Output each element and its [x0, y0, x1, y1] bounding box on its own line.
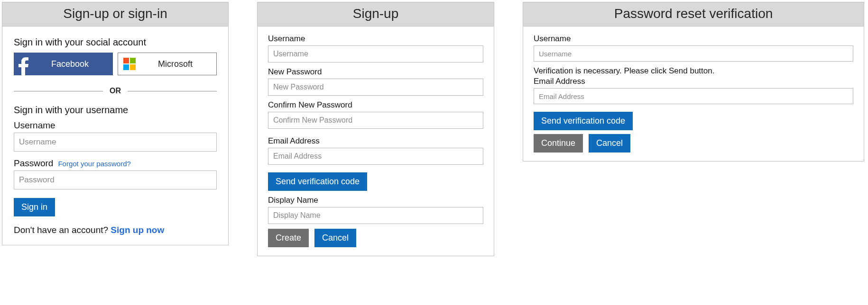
- facebook-icon: [14, 53, 34, 75]
- forgot-password-link[interactable]: Forgot your password?: [58, 160, 130, 168]
- or-divider: OR: [14, 87, 217, 95]
- signup-username-label: Username: [268, 34, 483, 44]
- signin-panel: Sign-up or sign-in Sign in with your soc…: [2, 2, 229, 245]
- no-account-line: Don't have an account? Sign up now: [14, 225, 217, 235]
- reset-username-input[interactable]: [534, 45, 853, 62]
- signin-username-label: Username: [14, 120, 55, 131]
- social-signin-heading: Sign in with your social account: [14, 37, 217, 48]
- microsoft-icon: [118, 53, 141, 75]
- signin-password-input[interactable]: [14, 170, 217, 189]
- svg-rect-2: [123, 64, 129, 70]
- reset-username-label: Username: [534, 34, 853, 44]
- reset-send-code-button[interactable]: Send verification code: [534, 112, 633, 130]
- signup-send-code-button[interactable]: Send verification code: [268, 172, 367, 191]
- signup-display-label: Display Name: [268, 196, 483, 205]
- signup-create-button[interactable]: Create: [268, 229, 309, 247]
- signup-title: Sign-up: [258, 2, 494, 27]
- signup-display-input[interactable]: [268, 207, 483, 224]
- signup-confirmpw-label: Confirm New Password: [268, 100, 483, 110]
- signup-cancel-button[interactable]: Cancel: [314, 229, 356, 247]
- signup-newpw-label: New Password: [268, 67, 483, 77]
- signup-username-input[interactable]: [268, 45, 483, 63]
- microsoft-label: Microsoft: [141, 59, 216, 69]
- facebook-button[interactable]: Facebook: [14, 53, 113, 75]
- reset-continue-button[interactable]: Continue: [534, 134, 583, 152]
- reset-email-input[interactable]: [534, 88, 853, 104]
- signup-email-label: Email Address: [268, 136, 483, 146]
- reset-email-label: Email Address: [534, 77, 853, 86]
- local-signin-heading: Sign in with your username: [14, 105, 217, 116]
- svg-rect-1: [130, 58, 136, 63]
- reset-cancel-button[interactable]: Cancel: [589, 134, 630, 152]
- signin-password-label: Password: [14, 158, 53, 169]
- svg-rect-3: [130, 64, 136, 70]
- or-text: OR: [103, 87, 128, 95]
- no-account-text: Don't have an account?: [14, 225, 111, 235]
- signup-newpw-input[interactable]: [268, 79, 483, 96]
- signin-username-input[interactable]: [14, 133, 217, 152]
- signup-panel: Sign-up Username New Password Confirm Ne…: [257, 2, 494, 256]
- reset-title: Password reset verification: [523, 2, 864, 27]
- microsoft-button[interactable]: Microsoft: [118, 53, 217, 75]
- signup-confirmpw-input[interactable]: [268, 112, 483, 129]
- signup-email-input[interactable]: [268, 148, 483, 165]
- svg-rect-0: [123, 58, 129, 63]
- signup-now-link[interactable]: Sign up now: [111, 225, 164, 235]
- reset-verify-message: Verification is necessary. Please click …: [534, 66, 853, 76]
- signin-title: Sign-up or sign-in: [2, 2, 228, 27]
- facebook-label: Facebook: [34, 59, 113, 69]
- signin-button[interactable]: Sign in: [14, 198, 55, 216]
- reset-panel: Password reset verification Username Ver…: [523, 2, 864, 161]
